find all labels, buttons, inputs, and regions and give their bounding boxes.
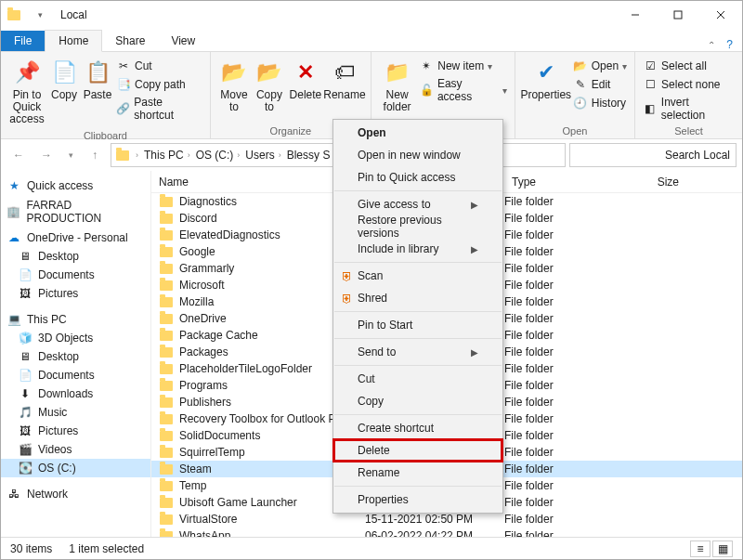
search-placeholder: Search Local <box>665 149 730 162</box>
ctx-give-access-to[interactable]: Give access to▶ <box>333 193 502 215</box>
crumb-os[interactable]: OS (C:)› <box>196 149 241 162</box>
help-icon[interactable]: ? <box>726 38 733 51</box>
search-input[interactable]: Search Local <box>569 143 736 167</box>
new-folder-button[interactable]: 📁New folder <box>377 56 417 124</box>
sidebar-videos[interactable]: 🎬Videos <box>1 440 150 459</box>
sidebar-farrad[interactable]: 🏢FARRAD PRODUCTION <box>1 202 150 221</box>
folder-icon <box>115 148 130 163</box>
row-type: File folder <box>504 279 606 292</box>
row-name: Steam <box>179 462 212 475</box>
row-icon <box>159 328 174 343</box>
copy-path-button[interactable]: 📑Copy path <box>114 76 204 93</box>
minimize-button[interactable] <box>614 1 657 29</box>
ctx-copy[interactable]: Copy <box>333 390 502 412</box>
row-type: File folder <box>504 529 606 537</box>
sidebar-od-desktop[interactable]: 🖥Desktop <box>1 247 150 266</box>
paste-button[interactable]: 📋Paste <box>81 56 114 128</box>
cut-button[interactable]: ✂Cut <box>114 58 204 74</box>
nav-back-button[interactable]: ← <box>7 143 31 167</box>
sidebar-os-c[interactable]: 💽OS (C:) <box>1 459 150 477</box>
tab-share[interactable]: Share <box>102 31 158 51</box>
qat-expand-icon[interactable]: ▾ <box>33 7 47 22</box>
invert-selection-button[interactable]: ◧Invert selection <box>641 95 736 123</box>
ctx-shred[interactable]: ⛨Shred <box>333 287 502 309</box>
ctx-pin-to-start[interactable]: Pin to Start <box>333 314 502 336</box>
row-icon <box>159 395 174 410</box>
select-all-icon: ☑ <box>643 59 658 73</box>
ctx-pin-to-quick-access[interactable]: Pin to Quick access <box>333 166 502 189</box>
videos-icon: 🎬 <box>18 442 33 457</box>
copyto-icon: 📂 <box>254 58 284 87</box>
ctx-restore-previous-versions[interactable]: Restore previous versions <box>333 215 502 238</box>
sidebar-onedrive[interactable]: ☁OneDrive - Personal <box>1 228 150 247</box>
ctx-open[interactable]: Open <box>333 122 502 144</box>
sidebar-3d-objects[interactable]: 🧊3D Objects <box>1 329 150 347</box>
file-row[interactable]: WhatsApp06-02-2022 04:22 PMFile folder <box>151 527 742 537</box>
properties-icon: ✔ <box>531 58 561 87</box>
new-item-button[interactable]: ✴New item▾ <box>417 58 509 74</box>
nav-up-button[interactable]: ↑ <box>83 143 107 167</box>
easy-access-button[interactable]: 🔓Easy access▾ <box>417 76 509 104</box>
sidebar-quick-access[interactable]: ★Quick access <box>1 176 150 195</box>
close-button[interactable] <box>699 1 742 29</box>
rename-button[interactable]: 🏷Rename <box>324 56 365 124</box>
ctx-include-in-library[interactable]: Include in library▶ <box>333 238 502 260</box>
sidebar-music[interactable]: 🎵Music <box>1 403 150 422</box>
ctx-send-to[interactable]: Send to▶ <box>333 341 502 363</box>
ctx-properties[interactable]: Properties <box>333 488 502 511</box>
history-button[interactable]: 🕘History <box>571 95 629 111</box>
move-to-button[interactable]: 📂Move to <box>216 56 252 124</box>
view-large-button[interactable]: ▦ <box>712 540 733 557</box>
col-size[interactable]: Size <box>606 176 690 189</box>
nav-forward-button[interactable]: → <box>34 143 59 167</box>
ctx-label: Give access to <box>358 198 471 211</box>
row-name: Mozilla <box>179 295 214 308</box>
sidebar-this-pc[interactable]: 💻This PC <box>1 310 150 329</box>
pin-to-quick-access-button[interactable]: 📌Pin to Quick access <box>7 56 47 128</box>
sidebar-documents[interactable]: 📄Documents <box>1 366 150 384</box>
crumb-user[interactable]: Blessy S› <box>287 149 337 162</box>
tab-file[interactable]: File <box>1 31 45 51</box>
nav-recent-button[interactable]: ▾ <box>62 143 79 167</box>
col-type[interactable]: Type <box>504 176 606 189</box>
context-menu: OpenOpen in new windowPin to Quick acces… <box>332 119 503 514</box>
maximize-button[interactable] <box>657 1 699 29</box>
copy-button[interactable]: 📄Copy <box>47 56 81 128</box>
row-name: WhatsApp <box>179 529 230 537</box>
collapse-ribbon-icon[interactable]: ⌃ <box>708 40 715 50</box>
paste-shortcut-button[interactable]: 🔗Paste shortcut <box>114 95 204 123</box>
crumb-thispc[interactable]: This PC› <box>144 149 190 162</box>
row-type: File folder <box>504 295 606 308</box>
delete-button[interactable]: ✕Delete <box>287 56 324 124</box>
sidebar-network[interactable]: 🖧Network <box>1 485 150 503</box>
row-icon <box>159 428 174 443</box>
sidebar-pictures[interactable]: 🖼Pictures <box>1 422 150 440</box>
sidebar-od-pictures[interactable]: 🖼Pictures <box>1 284 150 303</box>
row-name: Programs <box>179 379 228 392</box>
row-name: SquirrelTemp <box>179 446 245 459</box>
row-name: Grammarly <box>179 262 234 275</box>
ctx-create-shortcut[interactable]: Create shortcut <box>333 417 502 439</box>
select-all-button[interactable]: ☑Select all <box>641 58 736 74</box>
sidebar-desktop[interactable]: 🖥Desktop <box>1 347 150 366</box>
ctx-cut[interactable]: Cut <box>333 368 502 390</box>
open-button[interactable]: 📂Open▾ <box>571 58 629 74</box>
edit-icon: ✎ <box>573 77 588 92</box>
sidebar-downloads[interactable]: ⬇Downloads <box>1 384 150 403</box>
row-icon <box>159 378 174 393</box>
crumb-users[interactable]: Users› <box>245 149 280 162</box>
copy-to-button[interactable]: 📂Copy to <box>252 56 287 124</box>
row-icon <box>159 228 174 242</box>
view-details-button[interactable]: ≡ <box>690 540 710 557</box>
tab-view[interactable]: View <box>158 31 208 51</box>
ctx-delete[interactable]: Delete <box>333 439 502 462</box>
properties-button[interactable]: ✔Properties <box>521 56 571 124</box>
edit-button[interactable]: ✎Edit <box>571 76 629 93</box>
row-icon <box>159 294 174 309</box>
ctx-scan[interactable]: ⛨Scan <box>333 265 502 287</box>
select-none-button[interactable]: ☐Select none <box>641 76 736 93</box>
ctx-rename[interactable]: Rename <box>333 462 502 484</box>
tab-home[interactable]: Home <box>45 30 102 52</box>
ctx-open-in-new-window[interactable]: Open in new window <box>333 144 502 166</box>
sidebar-od-documents[interactable]: 📄Documents <box>1 266 150 284</box>
